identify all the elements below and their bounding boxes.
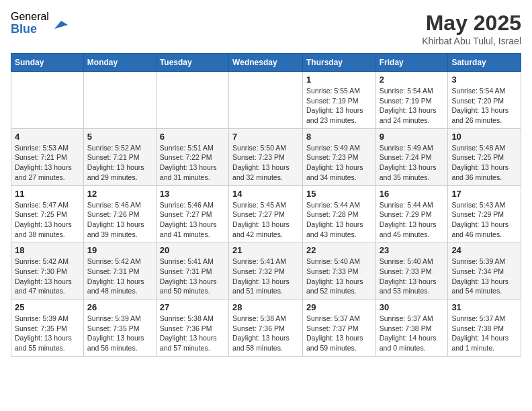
calendar-week-row: 18Sunrise: 5:42 AM Sunset: 7:30 PM Dayli…: [11, 242, 521, 300]
logo: General Blue: [11, 11, 68, 36]
calendar-week-row: 11Sunrise: 5:47 AM Sunset: 7:25 PM Dayli…: [11, 185, 521, 242]
cell-content: Sunrise: 5:39 AM Sunset: 7:35 PM Dayligh…: [15, 314, 80, 353]
day-number: 31: [451, 302, 517, 312]
calendar-cell: 31Sunrise: 5:37 AM Sunset: 7:38 PM Dayli…: [448, 300, 521, 357]
calendar-cell: 3Sunrise: 5:54 AM Sunset: 7:20 PM Daylig…: [448, 72, 521, 129]
day-header-friday: Friday: [375, 54, 448, 72]
day-number: 13: [160, 189, 225, 199]
day-number: 23: [380, 245, 445, 255]
calendar-cell: [11, 72, 84, 129]
day-number: 2: [380, 75, 445, 85]
calendar-cell: 4Sunrise: 5:53 AM Sunset: 7:21 PM Daylig…: [11, 128, 84, 185]
day-number: 10: [451, 132, 517, 142]
day-number: 17: [451, 189, 517, 199]
calendar-cell: 20Sunrise: 5:41 AM Sunset: 7:31 PM Dayli…: [156, 242, 228, 300]
logo-text: General Blue: [11, 11, 49, 36]
cell-content: Sunrise: 5:55 AM Sunset: 7:19 PM Dayligh…: [306, 86, 372, 126]
calendar-cell: 14Sunrise: 5:45 AM Sunset: 7:27 PM Dayli…: [229, 185, 303, 242]
day-number: 25: [15, 302, 80, 312]
cell-content: Sunrise: 5:42 AM Sunset: 7:30 PM Dayligh…: [15, 257, 80, 296]
day-number: 14: [232, 189, 299, 199]
day-number: 5: [87, 132, 152, 142]
cell-content: Sunrise: 5:42 AM Sunset: 7:31 PM Dayligh…: [87, 257, 152, 296]
cell-content: Sunrise: 5:41 AM Sunset: 7:32 PM Dayligh…: [232, 257, 299, 296]
day-number: 1: [306, 75, 372, 85]
svg-marker-0: [54, 21, 68, 29]
cell-content: Sunrise: 5:52 AM Sunset: 7:21 PM Dayligh…: [87, 143, 152, 183]
calendar-cell: 16Sunrise: 5:44 AM Sunset: 7:29 PM Dayli…: [375, 185, 448, 242]
calendar-cell: 2Sunrise: 5:54 AM Sunset: 7:19 PM Daylig…: [375, 72, 448, 129]
day-number: 27: [160, 302, 225, 312]
logo-general: General: [11, 11, 49, 23]
cell-content: Sunrise: 5:51 AM Sunset: 7:22 PM Dayligh…: [160, 143, 225, 183]
calendar-cell: 6Sunrise: 5:51 AM Sunset: 7:22 PM Daylig…: [156, 128, 228, 185]
cell-content: Sunrise: 5:37 AM Sunset: 7:37 PM Dayligh…: [306, 314, 372, 353]
day-number: 30: [380, 302, 445, 312]
calendar-header-row: SundayMondayTuesdayWednesdayThursdayFrid…: [11, 54, 521, 72]
day-header-wednesday: Wednesday: [229, 54, 303, 72]
cell-content: Sunrise: 5:50 AM Sunset: 7:23 PM Dayligh…: [232, 143, 299, 183]
calendar-cell: 28Sunrise: 5:38 AM Sunset: 7:36 PM Dayli…: [229, 300, 303, 357]
calendar-cell: 7Sunrise: 5:50 AM Sunset: 7:23 PM Daylig…: [229, 128, 303, 185]
cell-content: Sunrise: 5:48 AM Sunset: 7:25 PM Dayligh…: [451, 143, 517, 183]
calendar-cell: 15Sunrise: 5:44 AM Sunset: 7:28 PM Dayli…: [302, 185, 375, 242]
calendar-cell: 26Sunrise: 5:39 AM Sunset: 7:35 PM Dayli…: [83, 300, 156, 357]
cell-content: Sunrise: 5:47 AM Sunset: 7:25 PM Dayligh…: [15, 200, 80, 240]
cell-content: Sunrise: 5:44 AM Sunset: 7:28 PM Dayligh…: [306, 200, 372, 240]
cell-content: Sunrise: 5:37 AM Sunset: 7:38 PM Dayligh…: [380, 314, 445, 353]
cell-content: Sunrise: 5:40 AM Sunset: 7:33 PM Dayligh…: [306, 257, 372, 296]
cell-content: Sunrise: 5:49 AM Sunset: 7:24 PM Dayligh…: [380, 143, 445, 183]
day-header-monday: Monday: [83, 54, 156, 72]
day-number: 7: [232, 132, 299, 142]
calendar-week-row: 4Sunrise: 5:53 AM Sunset: 7:21 PM Daylig…: [11, 128, 521, 185]
calendar-cell: [83, 72, 156, 129]
calendar-cell: 5Sunrise: 5:52 AM Sunset: 7:21 PM Daylig…: [83, 128, 156, 185]
day-number: 11: [15, 189, 80, 199]
cell-content: Sunrise: 5:49 AM Sunset: 7:23 PM Dayligh…: [306, 143, 372, 183]
cell-content: Sunrise: 5:43 AM Sunset: 7:29 PM Dayligh…: [451, 200, 517, 240]
cell-content: Sunrise: 5:39 AM Sunset: 7:34 PM Dayligh…: [451, 257, 517, 296]
day-number: 20: [160, 245, 225, 255]
cell-content: Sunrise: 5:40 AM Sunset: 7:33 PM Dayligh…: [380, 257, 445, 296]
cell-content: Sunrise: 5:45 AM Sunset: 7:27 PM Dayligh…: [232, 200, 299, 240]
day-header-sunday: Sunday: [11, 54, 84, 72]
cell-content: Sunrise: 5:53 AM Sunset: 7:21 PM Dayligh…: [15, 143, 80, 183]
day-number: 26: [87, 302, 152, 312]
month-title: May 2025: [422, 11, 521, 36]
day-number: 21: [232, 245, 299, 255]
calendar-cell: 23Sunrise: 5:40 AM Sunset: 7:33 PM Dayli…: [375, 242, 448, 300]
calendar-cell: 9Sunrise: 5:49 AM Sunset: 7:24 PM Daylig…: [375, 128, 448, 185]
cell-content: Sunrise: 5:54 AM Sunset: 7:20 PM Dayligh…: [451, 86, 517, 126]
day-number: 8: [306, 132, 372, 142]
cell-content: Sunrise: 5:38 AM Sunset: 7:36 PM Dayligh…: [160, 314, 225, 353]
day-number: 9: [380, 132, 445, 142]
day-number: 29: [306, 302, 372, 312]
logo-blue: Blue: [11, 23, 49, 36]
day-number: 4: [15, 132, 80, 142]
calendar-cell: 24Sunrise: 5:39 AM Sunset: 7:34 PM Dayli…: [448, 242, 521, 300]
calendar-week-row: 25Sunrise: 5:39 AM Sunset: 7:35 PM Dayli…: [11, 300, 521, 357]
calendar-cell: 8Sunrise: 5:49 AM Sunset: 7:23 PM Daylig…: [302, 128, 375, 185]
calendar-cell: 11Sunrise: 5:47 AM Sunset: 7:25 PM Dayli…: [11, 185, 84, 242]
calendar-cell: [156, 72, 228, 129]
day-number: 6: [160, 132, 225, 142]
cell-content: Sunrise: 5:46 AM Sunset: 7:27 PM Dayligh…: [160, 200, 225, 240]
calendar-cell: 10Sunrise: 5:48 AM Sunset: 7:25 PM Dayli…: [448, 128, 521, 185]
day-number: 24: [451, 245, 517, 255]
day-header-tuesday: Tuesday: [156, 54, 228, 72]
calendar-cell: 13Sunrise: 5:46 AM Sunset: 7:27 PM Dayli…: [156, 185, 228, 242]
calendar-cell: 12Sunrise: 5:46 AM Sunset: 7:26 PM Dayli…: [83, 185, 156, 242]
day-number: 18: [15, 245, 80, 255]
calendar-cell: 1Sunrise: 5:55 AM Sunset: 7:19 PM Daylig…: [302, 72, 375, 129]
calendar-cell: 22Sunrise: 5:40 AM Sunset: 7:33 PM Dayli…: [302, 242, 375, 300]
calendar-cell: 21Sunrise: 5:41 AM Sunset: 7:32 PM Dayli…: [229, 242, 303, 300]
calendar-cell: 18Sunrise: 5:42 AM Sunset: 7:30 PM Dayli…: [11, 242, 84, 300]
cell-content: Sunrise: 5:44 AM Sunset: 7:29 PM Dayligh…: [380, 200, 445, 240]
calendar-week-row: 1Sunrise: 5:55 AM Sunset: 7:19 PM Daylig…: [11, 72, 521, 129]
cell-content: Sunrise: 5:39 AM Sunset: 7:35 PM Dayligh…: [87, 314, 152, 353]
day-number: 16: [380, 189, 445, 199]
day-number: 19: [87, 245, 152, 255]
cell-content: Sunrise: 5:37 AM Sunset: 7:38 PM Dayligh…: [451, 314, 517, 353]
cell-content: Sunrise: 5:54 AM Sunset: 7:19 PM Dayligh…: [380, 86, 445, 126]
day-number: 15: [306, 189, 372, 199]
